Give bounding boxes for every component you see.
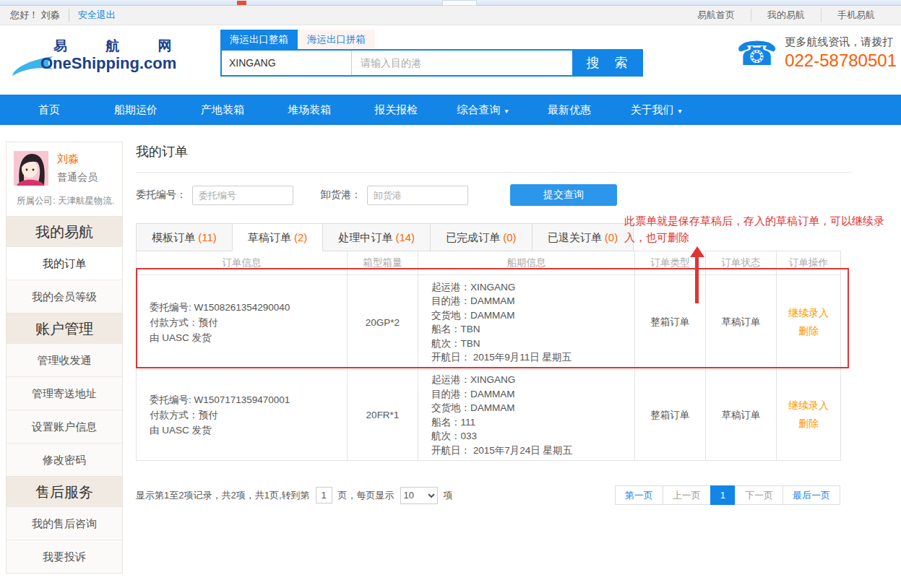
sidebar-section-account[interactable]: 账户管理 <box>7 313 122 343</box>
order-info-cell: 委托编号: W1508261354290040 付款方式：预付 由 UASC 发… <box>137 275 348 370</box>
sidebar-item-my-orders[interactable]: 我的订单 <box>7 246 122 280</box>
container-cell: 20GP*2 <box>348 275 418 370</box>
search-tab-fcl[interactable]: 海运出口整箱 <box>220 30 298 49</box>
pagination-bar: 显示第1至2项记录，共2项，共1页,转到第 页，每页显示 10 项 第一页 上一… <box>136 485 840 505</box>
sidebar-item-member-level[interactable]: 我的会员等级 <box>7 280 122 313</box>
page-number-button[interactable]: 1 <box>710 485 736 505</box>
search-tabs: 海运出口整箱 海运出口拼箱 <box>220 30 643 49</box>
user-level: 普通会员 <box>57 171 115 184</box>
table-row: 委托编号: W1507171359470001 付款方式：预付 由 UASC 发… <box>137 370 841 461</box>
user-name: 刘淼 <box>57 152 115 166</box>
browser-top-strip <box>0 0 901 6</box>
welcome-bar: 您好！ 刘淼 安全退出 易航首页 我的易航 手机易航 <box>0 6 901 25</box>
topbar-link-my[interactable]: 我的易航 <box>751 9 821 22</box>
search-tab-lcl[interactable]: 海运出口拼箱 <box>298 30 375 49</box>
logout-link[interactable]: 安全退出 <box>69 9 116 22</box>
discharge-port-label: 卸货港： <box>321 189 361 202</box>
nav-item-schedule-rates[interactable]: 船期运价 <box>92 95 179 125</box>
order-actions-cell: 继续录入 删除 <box>777 370 841 461</box>
continue-entry-link[interactable]: 继续录入 <box>777 307 840 320</box>
orders-table: 订单信息 箱型箱量 船期信息 订单类型 订单状态 订单操作 委托编号: W150… <box>136 251 841 461</box>
destination-port-input[interactable] <box>352 51 572 75</box>
goto-page-input[interactable] <box>316 487 332 503</box>
hotline: ☎ 更多航线资讯，请拨打 022-58780501 <box>736 35 897 71</box>
logo-english-text: OneShipping.com <box>40 54 176 73</box>
user-profile: 刘淼 普通会员 所属公司: 天津航星物流... <box>7 142 122 216</box>
prev-page-button[interactable]: 上一页 <box>663 485 711 505</box>
col-order-status: 订单状态 <box>706 251 777 275</box>
nav-item-search-menu[interactable]: 综合查询▾ <box>439 95 526 125</box>
chevron-down-icon: ▾ <box>504 107 508 115</box>
nav-item-origin-loading[interactable]: 产地装箱 <box>179 95 266 125</box>
order-type-cell: 整箱订单 <box>635 275 706 370</box>
sidebar-item-account-info[interactable]: 设置账户信息 <box>7 410 122 443</box>
delete-link[interactable]: 删除 <box>777 418 840 431</box>
tab-completed-orders[interactable]: 已完成订单 (0) <box>430 223 533 251</box>
user-company: 所属公司: 天津航星物流... <box>14 186 115 216</box>
order-no-input[interactable] <box>192 186 293 205</box>
nav-item-about[interactable]: 关于我们▾ <box>613 95 699 125</box>
page-title: 我的订单 <box>136 143 853 173</box>
col-order-type: 订单类型 <box>635 251 706 275</box>
tab-processing-orders[interactable]: 处理中订单 (14) <box>322 223 431 251</box>
pagination-buttons: 第一页 上一页 1 下一页 最后一页 <box>616 485 840 505</box>
topbar-link-mobile[interactable]: 手机易航 <box>821 9 891 22</box>
sidebar-item-complaint[interactable]: 我要投诉 <box>7 540 122 573</box>
greeting-text: 您好！ 刘淼 <box>10 9 60 22</box>
order-status-cell: 草稿订单 <box>706 275 777 370</box>
tab-count: (0) <box>503 231 516 243</box>
hotline-number: 022-58780501 <box>785 51 897 71</box>
col-order-actions: 订单操作 <box>777 251 841 275</box>
main-nav: 首页 船期运价 产地装箱 堆场装箱 报关报检 综合查询▾ 最新优惠 关于我们▾ <box>0 95 901 125</box>
table-header-row: 订单信息 箱型箱量 船期信息 订单类型 订单状态 订单操作 <box>137 251 841 275</box>
tab-cancelled-orders[interactable]: 已退关订单 (0) <box>532 223 634 251</box>
first-page-button[interactable]: 第一页 <box>615 485 663 505</box>
sidebar-section-my-oneshipping[interactable]: 我的易航 <box>7 216 122 246</box>
sidebar-item-mailing-address[interactable]: 管理寄送地址 <box>7 376 122 410</box>
site-logo[interactable]: 易 航 网 OneShipping.com <box>12 35 167 83</box>
order-status-tabs: 模板订单 (11) 草稿订单 (2) 处理中订单 (14) 已完成订单 (0) … <box>136 223 853 251</box>
discharge-port-input[interactable] <box>367 186 468 205</box>
col-schedule: 船期信息 <box>418 251 635 275</box>
tab-template-orders[interactable]: 模板订单 (11) <box>136 223 233 251</box>
nav-item-home[interactable]: 首页 <box>6 95 92 125</box>
nav-item-yard-loading[interactable]: 堆场装箱 <box>266 95 353 125</box>
sidebar: 刘淼 普通会员 所属公司: 天津航星物流... 我的易航 我的订单 我的会员等级… <box>6 142 123 574</box>
col-order-info: 订单信息 <box>137 251 348 275</box>
site-header: 易 航 网 OneShipping.com 海运出口整箱 海运出口拼箱 搜 索 … <box>0 25 901 95</box>
nav-item-customs[interactable]: 报关报检 <box>353 95 439 125</box>
order-status-cell: 草稿订单 <box>706 370 777 461</box>
topbar-link-home[interactable]: 易航首页 <box>681 9 751 22</box>
tab-count: (14) <box>395 231 415 243</box>
phone-icon: ☎ <box>736 37 777 70</box>
submit-query-button[interactable]: 提交查询 <box>510 184 617 206</box>
pagination-text: 页，每页显示 <box>338 489 395 502</box>
main-content: 我的订单 委托编号： 卸货港： 提交查询 模板订单 (11) 草稿订单 (2) … <box>136 143 853 505</box>
sidebar-item-change-password[interactable]: 修改密码 <box>7 443 122 476</box>
tab-count: (0) <box>605 231 618 243</box>
sidebar-section-after-sales[interactable]: 售后服务 <box>7 476 122 506</box>
col-container: 箱型箱量 <box>348 251 418 275</box>
chevron-down-icon: ▾ <box>678 107 681 115</box>
search-button[interactable]: 搜 索 <box>572 51 642 75</box>
last-page-button[interactable]: 最后一页 <box>783 485 840 505</box>
sidebar-item-shipper-consignee[interactable]: 管理收发通 <box>7 343 122 376</box>
search-module: 海运出口整箱 海运出口拼箱 搜 索 <box>220 30 643 77</box>
delete-link[interactable]: 删除 <box>777 325 840 338</box>
search-bar: 搜 索 <box>220 49 643 77</box>
tab-draft-orders[interactable]: 草稿订单 (2) <box>232 223 324 251</box>
per-page-select[interactable]: 10 <box>400 487 438 504</box>
origin-port-input[interactable] <box>222 51 352 75</box>
tab-count: (11) <box>198 231 217 243</box>
tab-count: (2) <box>294 231 307 243</box>
browser-strip-red-artifact <box>237 1 246 5</box>
order-info-cell: 委托编号: W1507171359470001 付款方式：预付 由 UASC 发… <box>137 370 348 461</box>
next-page-button[interactable]: 下一页 <box>735 485 783 505</box>
order-no-label: 委托编号： <box>136 189 186 202</box>
nav-item-promotions[interactable]: 最新优惠 <box>526 95 613 125</box>
order-type-cell: 整箱订单 <box>635 370 706 461</box>
browser-strip-white-artifact <box>442 0 477 6</box>
sidebar-item-after-sales-inquiry[interactable]: 我的售后咨询 <box>7 506 122 540</box>
continue-entry-link[interactable]: 继续录入 <box>777 399 840 412</box>
pagination-summary: 显示第1至2项记录，共2项，共1页,转到第 <box>136 489 310 502</box>
